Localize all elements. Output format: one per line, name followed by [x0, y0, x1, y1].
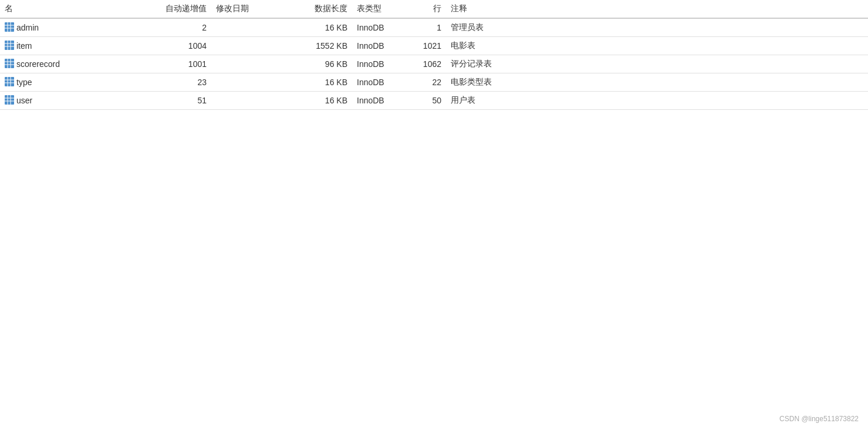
cell-auto-increment: 23 [153, 73, 211, 92]
svg-rect-15 [5, 77, 14, 86]
cell-auto-increment: 1001 [153, 55, 211, 73]
table-row[interactable]: type2316 KBInnoDB22电影类型表 [0, 73, 868, 92]
table-name-label: user [16, 96, 32, 105]
cell-comment: 用户表 [446, 92, 868, 110]
cell-modify-date [211, 55, 282, 73]
cell-data-length: 16 KB [282, 92, 352, 110]
watermark: CSDN @linge511873822 [779, 415, 859, 423]
table-row[interactable]: user5116 KBInnoDB50用户表 [0, 92, 868, 110]
cell-data-length: 1552 KB [282, 37, 352, 55]
col-header-auto-increment: 自动递增值 [153, 0, 211, 18]
table-header-row: 名 自动递增值 修改日期 数据长度 表类型 行 注释 [0, 0, 868, 18]
cell-rows: 1021 [399, 37, 446, 55]
cell-modify-date [211, 73, 282, 92]
cell-table-name: scorerecord [0, 55, 153, 73]
cell-modify-date [211, 37, 282, 55]
svg-rect-0 [5, 22, 14, 32]
cell-data-length: 16 KB [282, 18, 352, 37]
cell-comment: 电影表 [446, 37, 868, 55]
cell-data-length: 16 KB [282, 73, 352, 92]
cell-data-length: 96 KB [282, 55, 352, 73]
table-row[interactable]: item10041552 KBInnoDB1021电影表 [0, 37, 868, 55]
cell-table-name: type [0, 73, 153, 92]
table-row[interactable]: admin216 KBInnoDB1管理员表 [0, 18, 868, 37]
cell-rows: 1 [399, 18, 446, 37]
table-icon [5, 22, 14, 32]
col-header-modify-date: 修改日期 [211, 0, 282, 18]
cell-table-type: InnoDB [352, 55, 399, 73]
cell-auto-increment: 2 [153, 18, 211, 37]
cell-table-type: InnoDB [352, 92, 399, 110]
table-row[interactable]: scorerecord100196 KBInnoDB1062评分记录表 [0, 55, 868, 73]
table-icon [5, 77, 14, 86]
col-header-rows: 行 [399, 0, 446, 18]
cell-rows: 1062 [399, 55, 446, 73]
table-icon [5, 59, 14, 68]
svg-rect-20 [5, 95, 14, 105]
table-icon [5, 95, 14, 105]
database-table-list: 名 自动递增值 修改日期 数据长度 表类型 行 注释 admin216 KBIn… [0, 0, 868, 110]
col-header-table-type: 表类型 [352, 0, 399, 18]
cell-table-type: InnoDB [352, 37, 399, 55]
col-header-comment: 注释 [446, 0, 868, 18]
cell-modify-date [211, 92, 282, 110]
table-name-label: scorerecord [16, 59, 60, 69]
cell-table-type: InnoDB [352, 18, 399, 37]
table-icon [5, 41, 14, 50]
cell-table-name: item [0, 37, 153, 55]
svg-rect-5 [5, 41, 14, 50]
cell-auto-increment: 51 [153, 92, 211, 110]
cell-auto-increment: 1004 [153, 37, 211, 55]
cell-rows: 22 [399, 73, 446, 92]
cell-comment: 评分记录表 [446, 55, 868, 73]
table-name-label: type [16, 78, 32, 87]
cell-comment: 管理员表 [446, 18, 868, 37]
cell-table-name: user [0, 92, 153, 110]
cell-rows: 50 [399, 92, 446, 110]
cell-table-name: admin [0, 18, 153, 37]
cell-comment: 电影类型表 [446, 73, 868, 92]
svg-rect-10 [5, 59, 14, 68]
cell-modify-date [211, 18, 282, 37]
table-name-label: item [16, 41, 32, 51]
cell-table-type: InnoDB [352, 73, 399, 92]
col-header-name: 名 [0, 0, 153, 18]
col-header-data-length: 数据长度 [282, 0, 352, 18]
table-name-label: admin [16, 23, 39, 32]
tables-table: 名 自动递增值 修改日期 数据长度 表类型 行 注释 admin216 KBIn… [0, 0, 868, 110]
